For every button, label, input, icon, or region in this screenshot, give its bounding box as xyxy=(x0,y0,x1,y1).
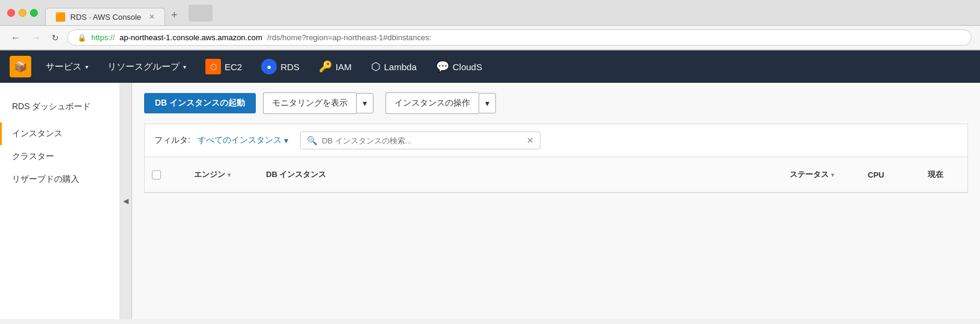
new-tab-button[interactable]: + xyxy=(165,5,184,25)
tab-title: RDS · AWS Console xyxy=(70,13,141,22)
url-https: https:// xyxy=(91,33,115,42)
instance-ops-caret-button[interactable]: ▾ xyxy=(479,93,496,113)
sidebar-item-instances[interactable]: インスタンス xyxy=(0,122,119,145)
sidebar-collapse-button[interactable]: ◀ xyxy=(120,83,132,319)
sidebar: RDS ダッシュボード インスタンス クラスター リザーブドの購入 xyxy=(0,83,120,319)
sidebar-item-clusters[interactable]: クラスター xyxy=(0,145,119,168)
iam-icon: 🔑 xyxy=(319,60,332,73)
table-header-current[interactable]: 現在 xyxy=(919,163,967,186)
filter-bar: フィルタ: すべてのインスタンス ▾ 🔍 ✕ xyxy=(144,124,968,157)
refresh-button[interactable]: ↻ xyxy=(49,31,61,45)
search-icon: 🔍 xyxy=(307,136,317,145)
nav-services[interactable]: サービス ▾ xyxy=(36,50,98,83)
sidebar-instances-label: インスタンス xyxy=(12,128,62,138)
nav-lambda[interactable]: ⬡ Lambda xyxy=(361,50,426,83)
filter-value: すべてのインスタンス xyxy=(198,135,282,146)
close-button[interactable] xyxy=(7,9,15,17)
tab-placeholder xyxy=(189,5,213,22)
browser-tab[interactable]: 🟧 RDS · AWS Console ✕ xyxy=(45,8,165,25)
table-header-engine[interactable]: エンジン ▾ xyxy=(186,163,258,186)
engine-col-header: エンジン ▾ xyxy=(194,169,231,180)
sidebar-item-reserved[interactable]: リザーブドの購入 xyxy=(0,168,119,191)
services-label: サービス xyxy=(46,61,82,73)
lambda-label: Lambda xyxy=(384,62,417,72)
clouds-icon: 💬 xyxy=(436,60,449,73)
instance-ops-label: インスタンスの操作 xyxy=(395,98,470,109)
table-header-db-instance[interactable]: DB インスタンス xyxy=(258,163,781,186)
ec2-label: EC2 xyxy=(225,62,242,72)
search-input[interactable] xyxy=(322,136,522,145)
db-instance-col-header: DB インスタンス xyxy=(266,169,773,180)
nav-rds[interactable]: ● RDS xyxy=(252,50,309,83)
action-bar: DB インスタンスの起動 モニタリングを表示 ▾ インスタンスの操作 ▾ xyxy=(144,92,968,114)
sidebar-clusters-label: クラスター xyxy=(12,151,54,161)
launch-db-button[interactable]: DB インスタンスの起動 xyxy=(144,93,256,113)
status-col-label: ステータス xyxy=(790,169,829,180)
table-header-status[interactable]: ステータス ▾ xyxy=(781,163,859,186)
forward-button[interactable]: → xyxy=(29,30,43,46)
status-col-header: ステータス ▾ xyxy=(790,169,834,180)
db-instance-col-label: DB インスタンス xyxy=(266,169,326,180)
url-bar[interactable]: 🔒 https://ap-northeast-1.console.aws.ama… xyxy=(67,29,972,46)
table-header-expand xyxy=(169,169,186,181)
table-header-cpu[interactable]: CPU xyxy=(859,164,919,185)
ssl-lock-icon: 🔒 xyxy=(77,34,86,42)
iam-label: IAM xyxy=(336,62,352,72)
url-path: /rds/home?region=ap-northeast-1#dbinstan… xyxy=(267,33,432,42)
rds-icon: ● xyxy=(261,59,277,74)
ec2-icon: ⬡ xyxy=(205,59,221,74)
maximize-button[interactable] xyxy=(30,9,38,17)
filter-label: フィルタ: xyxy=(154,135,190,146)
monitoring-caret-button[interactable]: ▾ xyxy=(356,93,374,113)
aws-navbar: 📦 サービス ▾ リソースグループ ▾ ⬡ EC2 ● RDS 🔑 IAM ⬡ … xyxy=(0,50,980,83)
sidebar-dashboard-title[interactable]: RDS ダッシュボード xyxy=(0,95,119,122)
address-bar: ← → ↻ 🔒 https://ap-northeast-1.console.a… xyxy=(0,26,980,50)
current-col-label: 現在 xyxy=(928,169,943,180)
select-all-checkbox[interactable] xyxy=(152,170,161,179)
sidebar-reserved-label: リザーブドの購入 xyxy=(12,174,79,184)
instance-ops-caret-icon: ▾ xyxy=(485,98,489,108)
current-col-header: 現在 xyxy=(928,169,959,180)
filter-dropdown[interactable]: すべてのインスタンス ▾ xyxy=(198,135,288,146)
search-clear-button[interactable]: ✕ xyxy=(527,136,534,145)
engine-sort-icon: ▾ xyxy=(228,172,231,178)
content-panel: DB インスタンスの起動 モニタリングを表示 ▾ インスタンスの操作 ▾ フ xyxy=(132,83,980,319)
nav-iam[interactable]: 🔑 IAM xyxy=(309,50,361,83)
status-sort-icon: ▾ xyxy=(831,172,834,178)
cpu-col-label: CPU xyxy=(868,170,884,179)
clouds-label: CloudS xyxy=(453,62,482,72)
minimize-button[interactable] xyxy=(19,9,26,17)
nav-resource-groups[interactable]: リソースグループ ▾ xyxy=(98,50,196,83)
table-header-checkbox[interactable] xyxy=(145,164,169,185)
rds-label: RDS xyxy=(280,62,300,72)
search-box[interactable]: 🔍 ✕ xyxy=(300,131,540,149)
nav-clouds[interactable]: 💬 CloudS xyxy=(426,50,492,83)
instance-ops-button[interactable]: インスタンスの操作 xyxy=(386,92,479,114)
monitoring-caret-icon: ▾ xyxy=(363,98,367,108)
resource-groups-caret-icon: ▾ xyxy=(183,64,186,70)
url-domain: ap-northeast-1.console.aws.amazon.com xyxy=(119,33,262,42)
monitoring-label: モニタリングを表示 xyxy=(272,98,348,109)
services-caret-icon: ▾ xyxy=(85,64,88,70)
cpu-col-header: CPU xyxy=(868,170,911,179)
tab-icon: 🟧 xyxy=(55,12,65,22)
lambda-icon: ⬡ xyxy=(371,60,381,73)
tab-close-button[interactable]: ✕ xyxy=(149,13,155,21)
filter-caret-icon: ▾ xyxy=(284,136,288,145)
aws-logo[interactable]: 📦 xyxy=(10,56,31,77)
instances-table: エンジン ▾ DB インスタンス ステータス ▾ xyxy=(144,157,968,193)
resource-groups-label: リソースグループ xyxy=(107,61,180,73)
engine-col-label: エンジン xyxy=(194,169,225,180)
monitoring-button[interactable]: モニタリングを表示 xyxy=(263,92,356,114)
nav-ec2[interactable]: ⬡ EC2 xyxy=(196,50,252,83)
table-header-row: エンジン ▾ DB インスタンス ステータス ▾ xyxy=(145,157,967,193)
back-button[interactable]: ← xyxy=(8,30,23,46)
